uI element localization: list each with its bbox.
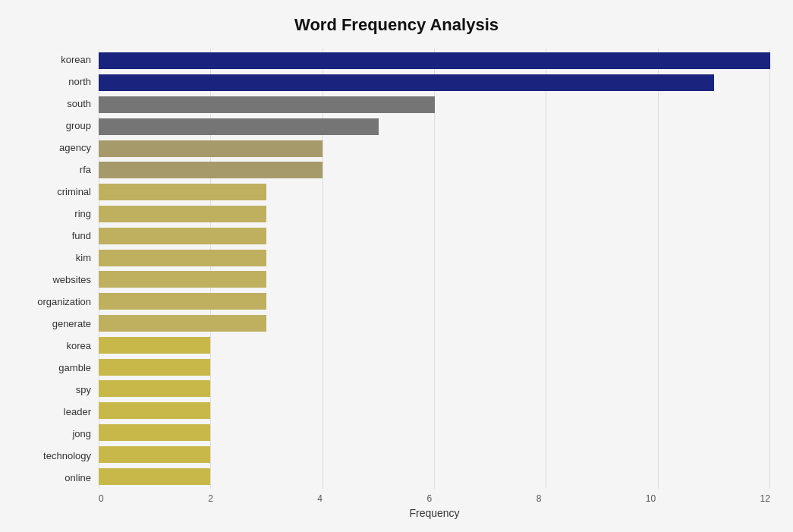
bar-row: [99, 334, 770, 356]
bars-and-grid: [99, 49, 770, 489]
bar: [99, 206, 266, 222]
bar-row: [99, 378, 770, 400]
bar-row: [99, 137, 770, 159]
y-label: criminal: [57, 187, 91, 197]
grid-and-bars: [99, 49, 770, 489]
y-axis: koreannorthsouthgroupagencyrfacriminalri…: [23, 49, 99, 489]
y-label: rfa: [80, 165, 91, 175]
bar-row: [99, 50, 770, 72]
x-axis: 024681012: [99, 493, 770, 504]
bars-wrapper: [99, 49, 770, 489]
bar: [99, 52, 770, 69]
bar: [99, 315, 266, 332]
bar-row: [99, 159, 770, 181]
bar-row: [99, 356, 770, 378]
bar-row: [99, 203, 770, 225]
bar: [99, 402, 210, 419]
bar-row: [99, 115, 770, 137]
y-label: spy: [76, 385, 91, 395]
y-label: korean: [61, 55, 91, 65]
y-label: kim: [76, 253, 91, 263]
x-axis-label: 6: [426, 493, 432, 504]
y-label: jong: [72, 429, 91, 439]
bar-row: [99, 313, 770, 335]
x-axis-label: 2: [208, 493, 213, 504]
bar: [99, 380, 210, 397]
bar: [99, 184, 266, 200]
chart-title: Word Frequency Analysis: [23, 15, 770, 35]
bar: [99, 468, 210, 485]
bar: [99, 271, 266, 288]
bar: [99, 250, 266, 266]
bar: [99, 162, 323, 178]
y-label: online: [65, 473, 91, 483]
x-axis-area: 024681012 Frequency: [23, 493, 770, 519]
x-axis-title: Frequency: [99, 507, 770, 519]
bar-row: [99, 422, 770, 444]
y-label: organization: [37, 297, 91, 307]
y-label: generate: [52, 319, 91, 329]
bar-row: [99, 400, 770, 422]
y-label: leader: [64, 407, 91, 417]
chart-container: Word Frequency Analysis koreannorthsouth…: [0, 0, 793, 532]
y-label: fund: [72, 231, 91, 241]
bar-row: [99, 225, 770, 247]
y-label: group: [66, 121, 91, 131]
bar-row: [99, 269, 770, 291]
bar: [99, 337, 210, 354]
chart-area: koreannorthsouthgroupagencyrfacriminalri…: [23, 49, 770, 489]
x-axis-label: 10: [646, 493, 656, 504]
bar: [99, 96, 435, 113]
x-axis-label: 4: [317, 493, 323, 504]
y-label: korea: [66, 341, 91, 351]
bar: [99, 118, 379, 135]
x-axis-label: 12: [760, 493, 770, 504]
bar: [99, 74, 714, 91]
y-label: south: [67, 99, 91, 109]
bar-row: [99, 181, 770, 203]
bar-row: [99, 94, 770, 116]
bar: [99, 424, 210, 441]
bar: [99, 228, 266, 244]
bar-row: [99, 247, 770, 269]
y-label: gamble: [58, 363, 91, 373]
bar: [99, 140, 323, 157]
y-label: websites: [52, 275, 91, 285]
bar: [99, 359, 210, 376]
bar-row: [99, 465, 770, 487]
y-label: ring: [74, 209, 91, 219]
y-label: north: [68, 77, 91, 87]
bar: [99, 446, 210, 463]
x-axis-label: 8: [537, 493, 542, 504]
x-axis-label: 0: [99, 493, 104, 504]
bar: [99, 293, 266, 310]
bar-row: [99, 291, 770, 313]
y-label: technology: [43, 451, 91, 461]
bar-row: [99, 72, 770, 94]
bar-row: [99, 443, 770, 465]
y-label: agency: [59, 143, 91, 153]
